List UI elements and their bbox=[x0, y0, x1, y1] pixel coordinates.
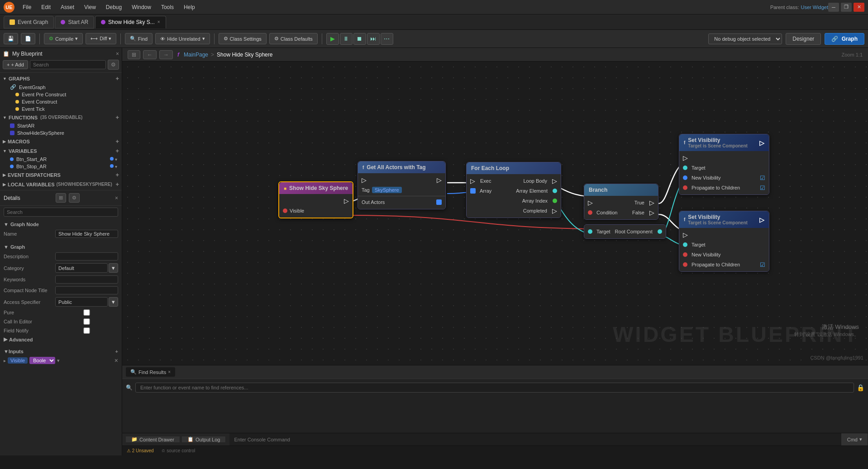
designer-button[interactable]: Designer bbox=[786, 33, 821, 45]
sidebar-item-eventgraph[interactable]: 🔗 EventGraph bbox=[3, 83, 119, 91]
nav-back-button[interactable]: ← bbox=[143, 50, 157, 59]
sidebar-item-construct[interactable]: Event Construct bbox=[3, 98, 119, 105]
inputs-header[interactable]: ▼ Inputs + bbox=[4, 347, 118, 355]
nav-settings-button[interactable]: ⊞ bbox=[128, 50, 140, 59]
graph-section-header[interactable]: ▼ Graph bbox=[4, 243, 118, 251]
sidebar-item-btn-stop-ar[interactable]: Btn_Stop_AR ▾ bbox=[3, 163, 119, 170]
sidebar-item-btn-start-ar[interactable]: Btn_Start_AR ▾ bbox=[3, 156, 119, 163]
set-vis-true-node[interactable]: f Set Visibility Target is Scene Compone… bbox=[679, 134, 769, 195]
graph-button[interactable]: 🔗 Graph bbox=[825, 33, 864, 45]
graph-node-header[interactable]: ▼ Graph Node bbox=[4, 220, 118, 228]
variables-section-header[interactable]: ▼ VARIABLES + bbox=[3, 146, 119, 156]
sidebar-item-pre-construct[interactable]: Event Pre Construct bbox=[3, 91, 119, 98]
details-close[interactable]: × bbox=[115, 195, 118, 201]
details-settings[interactable]: ⚙ bbox=[69, 193, 80, 203]
inputs-add-icon[interactable]: + bbox=[115, 349, 118, 354]
access-specifier-dropdown[interactable]: ▾ bbox=[109, 297, 118, 307]
menu-help[interactable]: Help bbox=[179, 2, 200, 12]
pure-checkbox[interactable] bbox=[55, 309, 118, 316]
menu-file[interactable]: File bbox=[18, 2, 36, 12]
hide-unrelated-dropdown[interactable]: ▾ bbox=[202, 36, 205, 42]
content-drawer-button[interactable]: 📁 Content Drawer bbox=[126, 436, 180, 442]
input-visible-type[interactable]: Boole bbox=[29, 357, 55, 364]
name-input[interactable] bbox=[55, 230, 118, 238]
category-dropdown[interactable]: ▾ bbox=[109, 263, 118, 273]
class-settings-button[interactable]: ⚙ Class Settings bbox=[219, 33, 267, 44]
hide-unrelated-button[interactable]: 👁 Hide Unrelated ▾ bbox=[155, 33, 210, 44]
menu-asset[interactable]: Asset bbox=[56, 2, 79, 12]
cmd-input[interactable] bbox=[229, 433, 841, 445]
class-defaults-button[interactable]: ⚙ Class Defaults bbox=[269, 33, 318, 44]
find-results-tab[interactable]: 🔍 Find Results × bbox=[126, 367, 175, 377]
step-button[interactable]: ⏭ bbox=[367, 33, 380, 45]
call-in-editor-checkbox[interactable] bbox=[55, 318, 118, 325]
compile-dropdown[interactable]: ▾ bbox=[75, 36, 78, 42]
get-actors-tag-value[interactable]: SkySphere bbox=[372, 187, 402, 193]
tab-start-ar[interactable]: Start AR bbox=[55, 16, 94, 28]
blueprint-search[interactable] bbox=[30, 60, 106, 69]
sidebar-item-start-ar[interactable]: StartAR bbox=[3, 122, 119, 129]
tab-show-hide[interactable]: Show Hide Sky S... × bbox=[95, 16, 166, 28]
local-variables-section-header[interactable]: ▶ LOCAL VARIABLES (SHOWHIDESKYSPHERE) + bbox=[3, 180, 119, 189]
details-table-view[interactable]: ⊞ bbox=[56, 193, 66, 203]
show-hide-node[interactable]: ■ Show Hide Sky Sphere ▷ Visible bbox=[278, 181, 353, 218]
restore-button[interactable]: ❐ bbox=[841, 3, 852, 12]
parent-class-value[interactable]: User Widget bbox=[801, 5, 828, 10]
keywords-input[interactable] bbox=[55, 275, 118, 284]
get-root-node[interactable]: Target Root Component bbox=[584, 224, 666, 239]
tab-event-graph[interactable]: Event Graph bbox=[4, 16, 54, 28]
description-input[interactable] bbox=[55, 252, 118, 261]
blueprint-close[interactable]: × bbox=[116, 51, 119, 57]
macros-section-header[interactable]: ▶ MACROS + bbox=[3, 137, 119, 146]
menu-debug[interactable]: Debug bbox=[101, 2, 126, 12]
input-visible-direction[interactable]: ▾ bbox=[57, 358, 60, 364]
menu-view[interactable]: View bbox=[80, 2, 100, 12]
pause-button[interactable]: ⏸ bbox=[340, 33, 353, 45]
play-button[interactable]: ▶ bbox=[326, 33, 339, 45]
content-button[interactable]: 📄 bbox=[21, 33, 35, 44]
set-vis-false-node[interactable]: f Set Visibility Target is Scene Compone… bbox=[679, 211, 769, 272]
for-each-node[interactable]: For Each Loop ▷ Exec Loop Body ▷ Array bbox=[466, 162, 561, 218]
graphs-section-header[interactable]: ▼ GRAPHS + bbox=[3, 74, 119, 83]
stop-button[interactable]: ⏹ bbox=[353, 33, 366, 45]
local-variables-add-icon[interactable]: + bbox=[115, 181, 119, 188]
sv-true-new-vis-check[interactable]: ☑ bbox=[760, 175, 765, 181]
input-visible-name[interactable]: Visible bbox=[8, 357, 28, 364]
find-input[interactable] bbox=[135, 383, 854, 393]
input-visible-delete[interactable]: × bbox=[114, 357, 118, 364]
sv-false-propagate-check[interactable]: ☑ bbox=[760, 261, 765, 268]
save-button[interactable]: 💾 bbox=[4, 33, 18, 44]
functions-add-icon[interactable]: + bbox=[115, 114, 119, 121]
event-dispatchers-add-icon[interactable]: + bbox=[115, 171, 119, 178]
field-notify-checkbox[interactable] bbox=[55, 327, 118, 334]
tab-close-show-hide[interactable]: × bbox=[157, 19, 160, 24]
find-lock-icon[interactable]: 🔒 bbox=[857, 384, 864, 391]
branch-node[interactable]: Branch ▷ True ▷ Condition False ▷ bbox=[584, 184, 658, 220]
blueprint-add-button[interactable]: + + Add bbox=[3, 60, 28, 69]
minimize-button[interactable]: ─ bbox=[828, 3, 839, 12]
compile-button[interactable]: ⚙ Compile ▾ bbox=[44, 33, 83, 44]
output-log-button[interactable]: 📋 Output Log bbox=[182, 436, 226, 442]
get-actors-node[interactable]: f Get All Actors with Tag ▷ ▷ Tag SkySph… bbox=[358, 161, 446, 209]
find-button[interactable]: 🔍 Find bbox=[125, 33, 153, 44]
sidebar-item-tick[interactable]: Event Tick bbox=[3, 105, 119, 113]
sidebar-item-show-hide-sky[interactable]: ShowHideSkySphere bbox=[3, 129, 119, 137]
find-results-close[interactable]: × bbox=[168, 370, 171, 374]
breadcrumb-page[interactable]: MainPage bbox=[184, 52, 208, 58]
macros-add-icon[interactable]: + bbox=[115, 138, 119, 145]
compact-title-input[interactable] bbox=[55, 286, 118, 294]
close-button[interactable]: ✕ bbox=[854, 3, 864, 12]
graphs-add-icon[interactable]: + bbox=[115, 75, 119, 82]
functions-section-header[interactable]: ▼ FUNCTIONS (35 OVERRIDABLE) + bbox=[3, 113, 119, 122]
graph-canvas[interactable]: ■ Show Hide Sky Sphere ▷ Visible bbox=[122, 62, 868, 365]
blueprint-gear[interactable]: ⚙ bbox=[108, 60, 119, 70]
event-dispatchers-section-header[interactable]: ▶ EVENT DISPATCHERS + bbox=[3, 170, 119, 180]
more-button[interactable]: ⋯ bbox=[381, 33, 393, 45]
cmd-label-button[interactable]: Cmd ▾ bbox=[842, 433, 868, 445]
menu-tools[interactable]: Tools bbox=[157, 2, 178, 12]
menu-window[interactable]: Window bbox=[127, 2, 156, 12]
variables-add-icon[interactable]: + bbox=[115, 147, 119, 154]
sv-true-propagate-check[interactable]: ☑ bbox=[760, 185, 765, 191]
category-input[interactable] bbox=[55, 263, 108, 273]
diff-button[interactable]: ⟷ Diff ▾ bbox=[86, 33, 116, 44]
